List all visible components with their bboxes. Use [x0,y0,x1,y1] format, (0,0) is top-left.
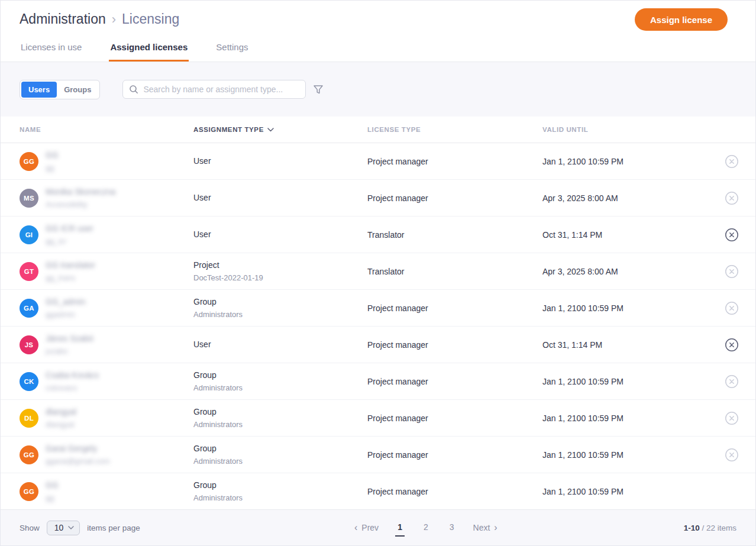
column-header-valid-until[interactable]: VALID UNTIL [542,126,708,133]
valid-until-cell: Oct 31, 1:14 PM [542,340,708,350]
user-name: Csaba Kovács [46,369,99,382]
remove-license-button[interactable] [724,301,739,316]
toggle-groups[interactable]: Groups [57,82,98,98]
remove-circle-x-icon [725,411,739,425]
page-size-select[interactable]: 10 [47,521,80,535]
assignment-type: User [193,155,367,167]
valid-until-cell: Jan 1, 2100 10:59 PM [542,303,708,314]
license-cell: Project manager [367,156,542,167]
user-name: GG [46,479,59,492]
tab-licenses-in-use[interactable]: Licenses in use [20,42,83,62]
table-row: GI GG ICR user gg_icr User Translator Oc… [1,217,755,253]
remove-license-button[interactable] [724,154,739,169]
remove-license-button[interactable] [724,264,739,279]
avatar: CK [20,372,38,391]
remove-license-button[interactable] [724,190,739,206]
page-button-3[interactable]: 3 [447,519,457,537]
user-name: GG [46,149,59,161]
avatar: GG [20,152,38,171]
license-type: Project manager [367,487,428,496]
name-stack: dlangyal dlangyal [46,406,76,431]
table-row: GG GG gg User Project manager Jan 1, 210… [1,143,755,180]
table-row: GG GG gg Group Administrators Project ma… [1,473,755,509]
name-cell: DL dlangyal dlangyal [20,406,193,431]
page-button-1[interactable]: 1 [395,519,405,537]
user-name: GG ICR user [46,222,93,235]
user-username: gg_icr [46,235,93,247]
license-type: Project manager [367,193,428,203]
name-stack: GG ICR user gg_icr [46,222,93,247]
remove-circle-x-icon [725,191,739,205]
remove-circle-x-icon [725,301,739,315]
license-type: Translator [367,230,405,240]
name-stack: János Szabó jszabo [46,332,93,357]
user-username: ggarai@gmail.com [46,455,110,467]
column-header-name[interactable]: NAME [20,126,193,133]
assignment-cell: Group Administrators [193,296,367,321]
user-username: ggadmin [46,308,86,321]
next-page-button[interactable]: Next › [473,523,497,532]
prev-page-button[interactable]: ‹ Prev [354,523,379,532]
items-range-info: 1-10 / 22 items [684,524,736,532]
page-button-2[interactable]: 2 [421,519,431,537]
remove-license-button[interactable] [724,411,739,426]
valid-until-cell: Apr 3, 2025 8:00 AM [542,266,708,277]
remove-license-button[interactable] [724,227,739,243]
column-header-assignment-type[interactable]: ASSIGNMENT TYPE [193,126,367,133]
toggle-users[interactable]: Users [21,82,57,98]
license-type: Project manager [367,413,428,423]
assignment-detail: Administrators [193,418,367,431]
items-per-page-label: items per page [87,524,140,532]
search-field[interactable] [122,80,306,99]
avatar: JS [20,335,38,354]
next-chevron-icon: › [494,523,497,532]
assignment-cell: Project DocTest-2022-01-19 [193,259,367,284]
filter-funnel-icon[interactable] [313,85,324,95]
remove-circle-x-icon [725,228,739,242]
assign-license-button[interactable]: Assign license [635,8,728,31]
license-cell: Project manager [367,450,542,460]
name-cell: GG GG gg [20,149,193,174]
assignment-cell: Group Administrators [193,479,367,504]
avatar: GI [20,225,38,244]
valid-until: Apr 3, 2025 8:00 AM [542,193,618,203]
breadcrumb-administration[interactable]: Administration [20,11,106,27]
valid-until: Jan 1, 2100 10:59 PM [542,450,623,460]
user-username: gg [46,492,59,504]
name-cell: JS János Szabó jszabo [20,332,193,357]
name-cell: GG GG gg [20,479,193,504]
license-cell: Translator [367,266,542,277]
name-cell: CK Csaba Kovács cskovacs [20,369,193,394]
license-cell: Project manager [367,340,542,350]
search-input[interactable] [143,85,299,94]
user-name: GG_admin [46,296,86,308]
assignment-type: User [193,192,367,204]
assignment-type: User [193,228,367,241]
avatar: GG [20,445,38,464]
name-cell: GG Garai Gergely ggarai@gmail.com [20,442,193,467]
tab-assigned-licenses[interactable]: Assigned licenses [109,42,189,62]
column-header-license-type[interactable]: LICENSE TYPE [367,126,542,133]
remove-circle-x-icon [725,338,739,352]
table-row: GT GG translator gg_trans Project DocTes… [1,253,755,290]
action-cell [708,154,755,169]
remove-license-button[interactable] [724,374,739,389]
show-label: Show [20,524,40,532]
action-cell [708,301,755,316]
tab-settings[interactable]: Settings [215,42,249,62]
remove-license-button[interactable] [724,337,739,353]
assignment-type: Group [193,442,367,455]
valid-until: Jan 1, 2100 10:59 PM [542,487,623,496]
name-stack: Csaba Kovács cskovacs [46,369,99,394]
remove-circle-x-icon [725,374,739,389]
table-row: CK Csaba Kovács cskovacs Group Administr… [1,363,755,400]
table-row: GA GG_admin ggadmin Group Administrators… [1,290,755,327]
remove-circle-x-icon [725,154,739,169]
valid-until-cell: Jan 1, 2100 10:59 PM [542,486,708,497]
assignment-type: Group [193,369,367,382]
user-name: GG translator [46,259,95,272]
remove-license-button[interactable] [724,447,739,463]
assignment-detail: Administrators [193,455,367,467]
user-name: Garai Gergely [46,442,110,455]
valid-until-cell: Jan 1, 2100 10:59 PM [542,450,708,460]
